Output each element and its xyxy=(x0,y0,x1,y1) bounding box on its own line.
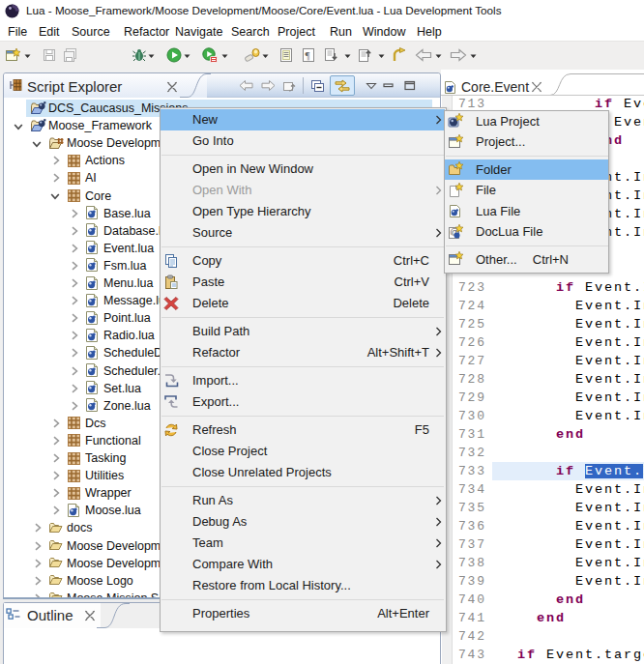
svg-text:¶: ¶ xyxy=(306,49,310,61)
